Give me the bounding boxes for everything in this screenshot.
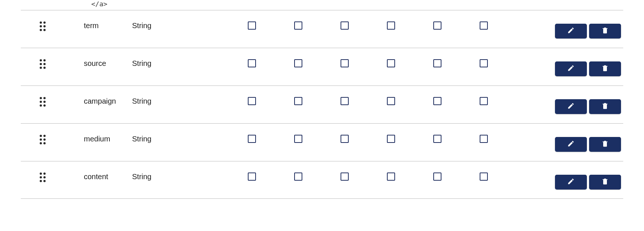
delete-button[interactable] [589,137,621,152]
drag-handle-icon[interactable] [40,97,46,107]
field-name: campaign [84,97,132,106]
delete-button[interactable] [589,99,621,114]
checkbox[interactable] [433,135,441,143]
checkbox[interactable] [248,21,256,30]
field-type: String [132,59,206,68]
edit-button[interactable] [555,99,587,114]
checkbox[interactable] [387,97,395,105]
checkbox[interactable] [387,135,395,143]
checkbox[interactable] [341,135,349,143]
edit-button[interactable] [555,61,587,76]
checkbox[interactable] [294,59,302,67]
checkbox[interactable] [480,173,488,181]
pencil-icon [567,140,575,149]
checkbox[interactable] [480,21,488,30]
field-type: String [132,173,206,181]
checkbox[interactable] [248,59,256,67]
delete-button[interactable] [589,61,621,76]
checkbox[interactable] [248,173,256,181]
pencil-icon [567,64,575,73]
checkbox[interactable] [433,97,441,105]
drag-handle-icon[interactable] [40,21,46,31]
trash-icon [601,27,609,36]
drag-handle-icon[interactable] [40,59,46,69]
checkbox[interactable] [480,97,488,105]
edit-button[interactable] [555,137,587,152]
table-row: contentString [21,161,623,199]
checkbox[interactable] [387,173,395,181]
table-row: campaignString [21,86,623,123]
checkbox[interactable] [341,21,349,30]
checkbox[interactable] [341,59,349,67]
checkbox[interactable] [480,135,488,143]
checkbox[interactable] [248,135,256,143]
delete-button[interactable] [589,24,621,38]
trash-icon [601,64,609,73]
checkbox[interactable] [294,97,302,105]
field-type: String [132,135,206,143]
checkbox[interactable] [294,173,302,181]
field-type: String [132,21,206,30]
checkbox[interactable] [387,21,395,30]
checkbox[interactable] [433,21,441,30]
field-name: source [84,59,132,68]
pencil-icon [567,27,575,36]
trash-icon [601,140,609,149]
delete-button[interactable] [589,175,621,190]
checkbox[interactable] [433,59,441,67]
checkbox[interactable] [341,97,349,105]
trash-icon [601,102,609,111]
drag-handle-icon[interactable] [40,135,46,144]
trash-icon [601,178,609,187]
checkbox[interactable] [387,59,395,67]
code-fragment: </a> [21,0,623,10]
pencil-icon [567,178,575,187]
pencil-icon [567,102,575,111]
checkbox[interactable] [248,97,256,105]
fields-table: termStringsourceStringcampaignStringmedi… [21,10,623,199]
drag-handle-icon[interactable] [40,173,46,182]
field-name: content [84,173,132,181]
checkbox[interactable] [480,59,488,67]
field-name: term [84,21,132,30]
table-row: sourceString [21,48,623,86]
checkbox[interactable] [433,173,441,181]
checkbox[interactable] [294,21,302,30]
table-row: mediumString [21,123,623,161]
edit-button[interactable] [555,175,587,190]
field-name: medium [84,135,132,143]
checkbox[interactable] [294,135,302,143]
edit-button[interactable] [555,24,587,38]
checkbox[interactable] [341,173,349,181]
table-row: termString [21,10,623,48]
field-type: String [132,97,206,106]
